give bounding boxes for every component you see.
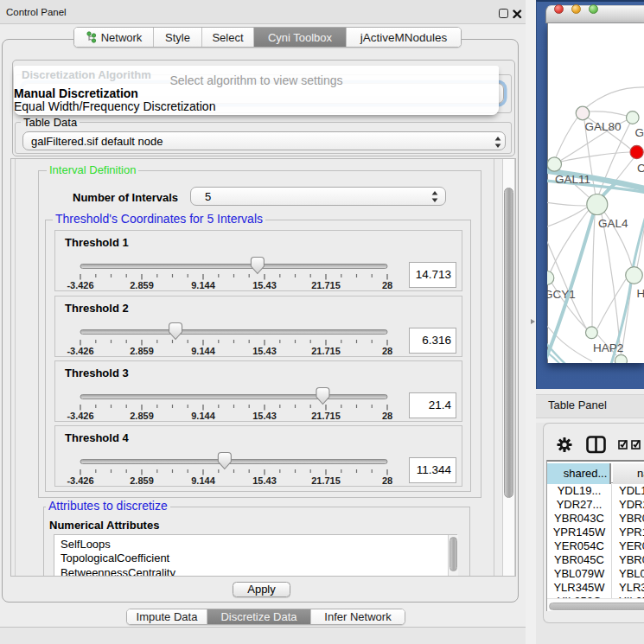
svg-text:CD: CD [637,162,644,175]
svg-text:-3.426: -3.426 [67,475,93,486]
svg-text:9.144: 9.144 [191,280,215,290]
svg-text:2.859: 2.859 [130,475,154,486]
svg-text:-3.426: -3.426 [67,346,93,356]
svg-text:15.43: 15.43 [252,475,277,486]
svg-text:GAL80: GAL80 [585,120,622,133]
svg-text:21.715: 21.715 [311,475,341,486]
svg-text:15.43: 15.43 [252,411,277,421]
svg-text:15.43: 15.43 [252,280,277,290]
svg-text:28: 28 [382,346,392,356]
svg-text:9.144: 9.144 [191,475,215,486]
svg-text:15.43: 15.43 [252,346,277,356]
svg-text:28: 28 [382,475,392,486]
svg-text:28: 28 [382,411,392,421]
svg-text:9.144: 9.144 [191,346,215,356]
svg-text:HAP2: HAP2 [593,341,623,354]
svg-text:2.859: 2.859 [130,411,154,421]
svg-text:28: 28 [382,280,392,290]
svg-text:GAL11: GAL11 [555,173,590,186]
svg-text:2.859: 2.859 [130,280,154,290]
svg-text:9.144: 9.144 [191,411,215,421]
svg-text:2.859: 2.859 [130,346,154,356]
svg-text:GAL4: GAL4 [598,217,628,230]
svg-text:-3.426: -3.426 [67,411,93,421]
svg-text:21.715: 21.715 [311,280,341,290]
svg-text:GA: GA [635,126,644,139]
svg-text:21.715: 21.715 [311,411,341,421]
svg-text:HA: HA [637,287,644,300]
svg-text:21.715: 21.715 [311,346,341,356]
svg-text:-3.426: -3.426 [67,280,93,290]
svg-text:GCY1: GCY1 [547,288,576,301]
